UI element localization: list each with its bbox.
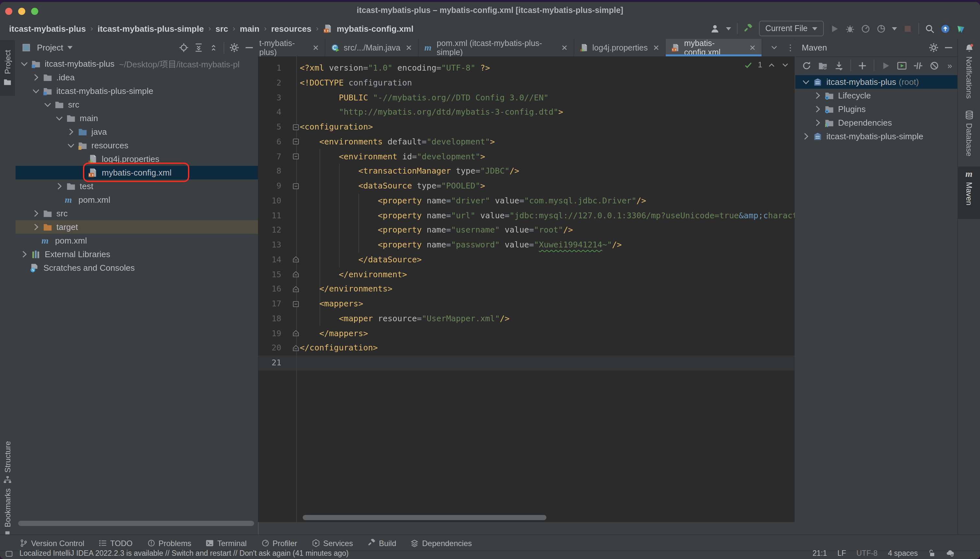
bottom-tool-problems[interactable]: Problems: [147, 539, 191, 547]
chevron-down-icon[interactable]: [726, 27, 731, 30]
cloud-settings-icon[interactable]: [946, 549, 954, 557]
chevron-expanded-icon[interactable]: [66, 141, 76, 150]
project-tree-item-resources[interactable]: resources: [15, 139, 258, 152]
tool-stripe-database[interactable]: Database: [958, 110, 980, 160]
code-line[interactable]: 4 "http://mybatis.org/dtd/mybatis-3-conf…: [258, 105, 794, 120]
code-line[interactable]: 2<!DOCTYPE configuration: [258, 76, 794, 91]
code-line[interactable]: 21: [258, 356, 794, 370]
breadcrumb-item[interactable]: resources: [271, 24, 312, 33]
project-tree-item-pom-xml[interactable]: mpom.xml: [15, 193, 258, 207]
project-tree-item-target[interactable]: target: [15, 220, 258, 234]
maven-tree-item-lifecycle[interactable]: Lifecycle: [795, 89, 957, 103]
tool-stripe-maven[interactable]: m Maven: [958, 167, 980, 219]
editor-horizontal-scrollbar[interactable]: [303, 515, 546, 520]
code-line[interactable]: 19 </mappers>: [258, 326, 794, 341]
debug-icon[interactable]: [845, 24, 855, 33]
run-configuration-select[interactable]: Current File: [759, 21, 824, 36]
inspections-widget[interactable]: 1: [745, 60, 789, 69]
project-tree-item-src[interactable]: src: [15, 98, 258, 111]
code-line[interactable]: 10 <property name="driver" value="com.my…: [258, 194, 794, 208]
run-icon[interactable]: [830, 24, 839, 33]
fold-end-icon[interactable]: [292, 270, 300, 278]
chevron-collapsed-icon[interactable]: [813, 104, 822, 114]
chevron-down-icon[interactable]: [892, 27, 897, 30]
fold-start-icon[interactable]: [292, 299, 300, 308]
close-tab-icon[interactable]: ✕: [749, 43, 756, 52]
update-available-icon[interactable]: [940, 24, 950, 33]
fold-start-icon[interactable]: [292, 138, 300, 146]
fold-end-icon[interactable]: [292, 329, 300, 337]
line-ending[interactable]: LF: [837, 549, 846, 557]
project-tree-item-java[interactable]: java: [15, 125, 258, 139]
code-line[interactable]: 13 <property name="password" value="Xuwe…: [258, 238, 794, 253]
chevron-collapsed-icon[interactable]: [31, 222, 41, 232]
project-panel-title[interactable]: Project: [37, 43, 63, 53]
project-tree-item-pom-xml[interactable]: mpom.xml: [15, 234, 258, 247]
tool-stripe-notifications[interactable]: Notifications: [958, 43, 980, 106]
add-maven-project-icon[interactable]: [857, 61, 867, 70]
editor-tab-pom-xml-itcast-mybatis-plus-simple-[interactable]: mpom.xml (itcast-mybatis-plus-simple)✕: [419, 39, 574, 56]
close-tab-icon[interactable]: ✕: [561, 43, 568, 52]
more-options-icon[interactable]: ⋮: [786, 43, 794, 53]
maven-tree-item-itcast-mybatis-plus-simple[interactable]: itcast-mybatis-plus-simple: [795, 129, 957, 143]
chevron-collapsed-icon[interactable]: [31, 208, 41, 218]
project-tree-item-itcast-mybatis-plus[interactable]: itcast-mybatis-plus~/Desktop/项目/itcast-m…: [15, 57, 258, 71]
fold-end-icon[interactable]: [292, 285, 300, 293]
chevron-down-icon[interactable]: [68, 46, 73, 49]
code-line[interactable]: 7 <environment id="development">: [258, 149, 794, 164]
chevron-down-icon[interactable]: [770, 43, 778, 52]
run-maven-icon[interactable]: [881, 61, 890, 70]
editor-tab-t-mybatis-plus-[interactable]: t-mybatis-plus)✕: [258, 39, 325, 56]
code-line[interactable]: 16 </environments>: [258, 282, 794, 297]
code-line[interactable]: 1<?xml version="1.0" encoding="UTF-8" ?>: [258, 61, 794, 76]
tool-stripe-structure[interactable]: Structure: [0, 435, 15, 490]
maven-tree-item-dependencies[interactable]: Dependencies: [795, 116, 957, 129]
chevron-expanded-icon[interactable]: [43, 100, 53, 109]
close-tab-icon[interactable]: ✕: [653, 43, 660, 52]
breadcrumb-item[interactable]: src: [216, 24, 228, 33]
project-tree-item-test[interactable]: test: [15, 179, 258, 193]
horizontal-scrollbar[interactable]: [18, 521, 254, 526]
previous-problem-icon[interactable]: [768, 61, 776, 69]
code-line[interactable]: 3 PUBLIC "-//mybatis.org//DTD Config 3.0…: [258, 90, 794, 105]
reload-maven-icon[interactable]: [802, 61, 811, 70]
offline-mode-icon[interactable]: [929, 61, 939, 70]
close-tab-icon[interactable]: ✕: [312, 43, 319, 52]
bottom-tool-todo[interactable]: TODO: [98, 539, 133, 547]
breadcrumb-item[interactable]: itcast-mybatis-plus: [9, 24, 86, 33]
code-line[interactable]: 11 <property name="url" value="jdbc:mysq…: [258, 208, 794, 223]
breadcrumb-item[interactable]: itcast-mybatis-plus-simple: [98, 24, 204, 33]
more-icons-chevron[interactable]: »: [948, 61, 952, 70]
project-tree-item-log4j-properties[interactable]: log4j.properties: [15, 152, 258, 166]
bottom-tool-terminal[interactable]: Terminal: [206, 539, 247, 547]
chevron-collapsed-icon[interactable]: [66, 127, 76, 137]
maven-tree-item-plugins[interactable]: Plugins: [795, 103, 957, 116]
caret-position[interactable]: 21:1: [813, 549, 827, 557]
chevron-expanded-icon[interactable]: [20, 59, 29, 69]
project-tree-item-mybatis-config-xml[interactable]: mybatis-config.xml: [15, 166, 258, 179]
gear-icon[interactable]: [929, 43, 939, 53]
project-tree-item-itcast-mybatis-plus-simple[interactable]: itcast-mybatis-plus-simple: [15, 84, 258, 98]
close-tab-icon[interactable]: ✕: [405, 43, 412, 52]
file-encoding[interactable]: UTF-8: [857, 549, 877, 557]
chevron-expanded-icon[interactable]: [55, 113, 64, 123]
project-tree-item-main[interactable]: main: [15, 111, 258, 125]
fold-end-icon[interactable]: [292, 256, 300, 264]
lock-icon[interactable]: [928, 549, 936, 557]
chevron-expanded-icon[interactable]: [801, 77, 811, 87]
expand-all-icon[interactable]: [194, 43, 204, 53]
project-tree-item-src[interactable]: src: [15, 207, 258, 220]
select-opened-file-icon[interactable]: [179, 43, 189, 53]
download-sources-icon[interactable]: [834, 61, 844, 70]
generate-sources-icon[interactable]: [818, 61, 828, 70]
hide-panel-icon[interactable]: [244, 43, 254, 53]
chevron-collapsed-icon[interactable]: [813, 118, 822, 127]
collapse-all-icon[interactable]: [209, 43, 219, 53]
search-icon[interactable]: [925, 24, 935, 33]
code-line[interactable]: 8 <transactionManager type="JDBC"/>: [258, 164, 794, 179]
code-editor[interactable]: 1<?xml version="1.0" encoding="UTF-8" ?>…: [258, 56, 794, 522]
tool-stripe-project[interactable]: Project: [0, 40, 15, 96]
gear-icon[interactable]: [229, 43, 239, 53]
chevron-collapsed-icon[interactable]: [813, 91, 822, 101]
bottom-tool-dependencies[interactable]: Dependencies: [411, 539, 472, 547]
